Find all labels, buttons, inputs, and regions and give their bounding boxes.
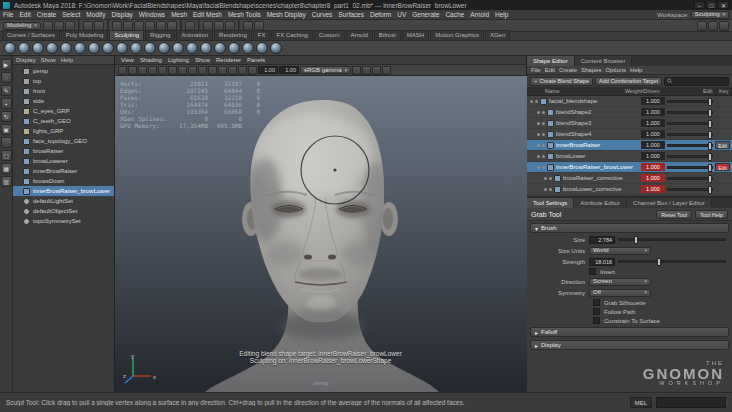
window-button[interactable]: □ [706,1,717,9]
flatten-tool-icon[interactable] [74,42,86,54]
shape-editor-row[interactable]: blendShape3 1.000 [527,118,732,128]
slider-handle[interactable] [708,142,712,150]
outliner-menu-item[interactable]: Show [41,57,56,63]
panel-tab[interactable]: Content Browser [575,56,633,66]
target-visibility-dot[interactable] [544,188,547,191]
shape-editor-menu-item[interactable]: Shapes [581,67,601,73]
menu-item[interactable]: Modify [83,10,108,20]
shelf-tab[interactable]: Sculpting [109,30,144,40]
gate-mask-icon[interactable] [218,66,227,75]
menu-item[interactable]: Help [492,10,511,20]
panel-tab[interactable]: Attribute Editor [574,198,627,208]
target-solo-dot[interactable] [542,155,545,158]
grab-tool-icon[interactable] [46,42,58,54]
shelf-tab[interactable]: FX [253,30,271,40]
make-live-icon[interactable] [167,21,177,31]
target-weight-slider[interactable] [667,133,713,136]
menu-item[interactable]: Windows [136,10,168,20]
viewport-menu-item[interactable]: Shading [137,57,165,63]
target-solo-dot[interactable] [549,177,552,180]
target-solo-dot[interactable] [549,188,552,191]
convert-to-frozen-icon[interactable] [270,42,282,54]
tool-help-button[interactable]: Tool Help [695,210,728,219]
outliner-item[interactable]: browLowerer [13,156,114,166]
smooth-tool-icon[interactable] [18,42,30,54]
target-weight-value[interactable]: 1.000 [641,163,665,171]
direction-selector[interactable]: Screen▾ [589,278,651,286]
amplify-tool-icon[interactable] [228,42,240,54]
size-field[interactable]: 2.784 [589,236,615,244]
shape-editor-row[interactable]: innerBrowRaiser 1.000 Edit [527,140,732,150]
scale-tool-icon[interactable]: ▣ [1,124,12,135]
channel-box-toggle-icon[interactable] [719,21,729,31]
shelf-tab[interactable]: Rendering [214,30,252,40]
target-visibility-dot[interactable] [537,155,540,158]
shape-editor-row[interactable]: browLower_corrective 1.000 [527,184,732,194]
slider-handle[interactable] [708,164,712,172]
slider-handle[interactable] [708,186,712,194]
target-name[interactable]: browRaiser_corrective [563,175,639,181]
repeat-tool-icon[interactable] [116,42,128,54]
render-settings-icon[interactable] [225,21,235,31]
gamma-field[interactable]: 1.00 [279,66,299,74]
fill-tool-icon[interactable] [172,42,184,54]
target-weight-value[interactable]: 1.000 [641,97,665,105]
slider-handle[interactable] [708,153,712,161]
persp-outliner-layout-icon[interactable]: ▥ [1,176,12,187]
redo-icon[interactable] [94,21,104,31]
tool-settings-toggle-icon[interactable] [708,21,718,31]
target-name[interactable]: innerBrowRaiser [556,142,639,148]
menu-item[interactable]: Curves [309,10,336,20]
imprint-tool-icon[interactable] [130,42,142,54]
menu-item[interactable]: Generate [409,10,442,20]
menu-item[interactable]: Edit Mesh [190,10,225,20]
menu-item[interactable]: Mesh [168,10,190,20]
command-line-input[interactable] [656,397,726,408]
target-weight-slider[interactable] [667,155,713,158]
outliner-item[interactable]: C_teeth_GEO [13,116,114,126]
size-slider[interactable] [618,238,726,241]
brush-section-header[interactable]: ▾ Brush [530,223,729,233]
slider-handle[interactable] [708,131,712,139]
view-transform-selector[interactable]: sRGB gamma▾ [300,66,351,74]
outliner-item[interactable]: browsDown [13,176,114,186]
select-tool-icon[interactable]: ▶ [1,59,12,70]
target-edit-toggle[interactable]: Edit [715,141,730,149]
tool-option-checkbox[interactable] [593,299,600,306]
target-weight-value[interactable]: 1.000 [641,141,665,149]
target-visibility-dot[interactable] [537,122,540,125]
pinch-tool-icon[interactable] [60,42,72,54]
shape-editor-menu-item[interactable]: Create [559,67,577,73]
target-weight-slider[interactable] [667,166,713,169]
target-name[interactable]: facial_blendshape [549,98,639,104]
command-line-language-toggle[interactable]: MEL [630,397,652,408]
shape-editor-menu-item[interactable]: Edit [545,67,555,73]
menu-item[interactable]: UV [394,10,409,20]
viewport-menu-item[interactable]: Panels [244,57,268,63]
menu-item[interactable]: Mesh Tools [225,10,264,20]
outliner-item[interactable]: persp [13,66,114,76]
move-tool-icon[interactable]: + [1,98,12,109]
target-weight-value[interactable]: 1.000 [641,130,665,138]
camera-attributes-icon[interactable] [138,66,147,75]
window-button[interactable]: ✕ [718,1,729,9]
falloff-section-header[interactable]: ▸ Falloff [530,327,729,337]
2d-pan-zoom-icon[interactable] [168,66,177,75]
last-tool-icon[interactable] [1,137,12,148]
panel-tab[interactable]: Channel Box / Layer Editor [627,198,712,208]
render-icon[interactable] [203,21,213,31]
hypershade-icon[interactable] [254,21,264,31]
paint-select-tool-icon[interactable]: ✎ [1,85,12,96]
shelf-tab[interactable]: Bifrost [374,30,401,40]
safe-action-icon[interactable] [238,66,247,75]
viewport-menu-item[interactable]: Show [192,57,213,63]
rotate-tool-icon[interactable]: ↻ [1,111,12,122]
film-gate-icon[interactable] [198,66,207,75]
display-section-header[interactable]: ▸ Display [530,340,729,350]
shape-editor-menu-item[interactable]: Options [605,67,626,73]
slider-handle[interactable] [708,120,712,128]
target-weight-slider[interactable] [667,111,713,114]
shape-editor-row[interactable]: browLower 1.000 [527,151,732,161]
isolate-select-icon[interactable] [382,66,391,75]
outliner-item[interactable]: top [13,76,114,86]
